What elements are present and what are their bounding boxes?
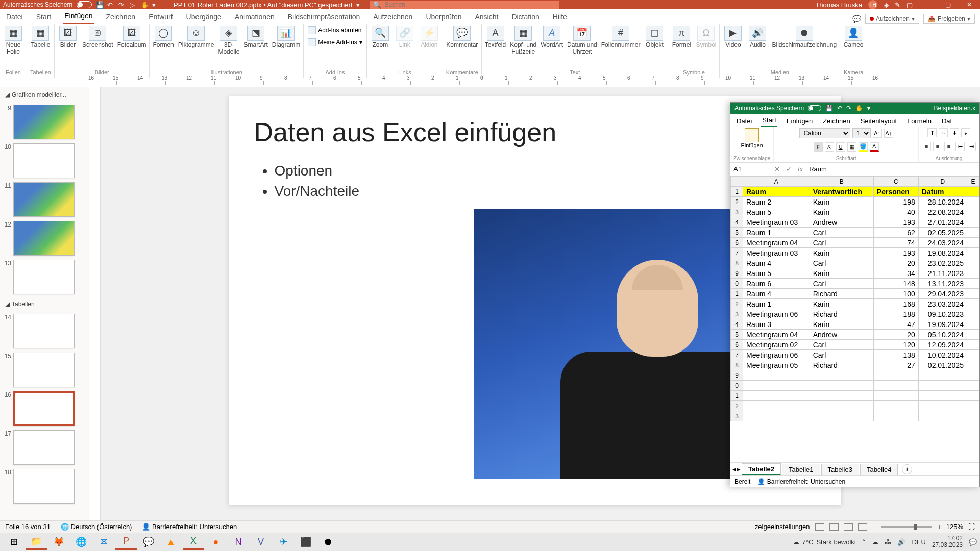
3dmodels-button[interactable]: ◈3D- Modelle (218, 26, 239, 55)
excel-cell[interactable]: Datum (918, 187, 967, 197)
share-button[interactable]: 📤Freigeben▾ (923, 14, 975, 24)
diamond-icon[interactable]: ◈ (884, 1, 889, 9)
excel-row-header[interactable]: 6 (731, 340, 743, 350)
sheet-tab-tabelle1[interactable]: Tabelle1 (782, 464, 820, 475)
excel-cell[interactable]: Raum (743, 187, 810, 197)
notifications-icon[interactable]: 💬 (969, 538, 977, 546)
excel-row-header[interactable]: 3 (731, 411, 743, 421)
excel-row-header[interactable]: 8 (731, 258, 743, 268)
excel-formula-input[interactable]: Raum (806, 164, 979, 174)
excel-cell[interactable]: Karin (810, 268, 873, 279)
smartart-button[interactable]: ⬔SmartArt (243, 26, 267, 48)
excel-borders-button[interactable]: ▦ (847, 142, 856, 152)
excel-row-header[interactable]: 2 (731, 197, 743, 207)
excel-cell[interactable]: Meetingraum 04 (743, 238, 810, 248)
excel-fx-icon[interactable]: fx (795, 164, 806, 174)
excel-cell[interactable]: 62 (873, 228, 918, 238)
tray-network-icon[interactable]: 🖧 (885, 538, 891, 546)
tab-ansicht[interactable]: Ansicht (474, 11, 499, 24)
obs-icon[interactable]: ⏺ (317, 534, 339, 550)
slide-thumb-9[interactable] (13, 105, 75, 139)
excel-tab-datei[interactable]: Datei (736, 116, 753, 127)
object-button[interactable]: ▢Objekt (644, 26, 665, 48)
tab-dictation[interactable]: Dictation (510, 11, 540, 24)
slide-thumb-10[interactable] (13, 143, 75, 178)
excel-cell[interactable]: Raum 2 (743, 197, 810, 207)
chrome-icon[interactable]: 🌐 (70, 534, 92, 550)
excel-cell[interactable]: 29.04.2023 (918, 289, 967, 299)
excel-cell[interactable]: 40 (873, 207, 918, 217)
tab-zeichnen[interactable]: Zeichnen (105, 11, 137, 24)
excel-align-center-icon[interactable]: ≡ (933, 142, 942, 151)
excel-cell[interactable]: Carl (810, 258, 873, 268)
slide-thumb-11[interactable] (13, 182, 75, 217)
excel-fillcolor-button[interactable]: 🪣 (859, 142, 868, 152)
section-grafiken[interactable]: ◢Grafiken modellier... (2, 89, 87, 101)
excel-cell[interactable]: Andrew (810, 217, 873, 228)
excel-cell[interactable]: Meetingraum 03 (743, 248, 810, 258)
photoalbum-button[interactable]: 🖼Fotoalbum (117, 26, 146, 48)
excel-tab-daten[interactable]: Dat (941, 116, 953, 127)
view-reading-button[interactable] (844, 523, 853, 531)
undo-icon[interactable]: ↶ (107, 1, 114, 8)
screenshot-button[interactable]: ⎚Screenshot (82, 26, 113, 48)
excel-row-header[interactable]: 2 (731, 299, 743, 309)
excel-cell[interactable]: 05.10.2024 (918, 330, 967, 340)
excel-cell[interactable]: Carl (810, 238, 873, 248)
excel-row-header[interactable]: 9 (731, 370, 743, 381)
excel-tab-formeln[interactable]: Formeln (906, 116, 933, 127)
excel-redo-icon[interactable]: ↷ (846, 105, 851, 112)
excel-cell[interactable]: Carl (810, 350, 873, 360)
excel-cell[interactable]: 138 (873, 350, 918, 360)
excel-cell[interactable]: Carl (810, 228, 873, 238)
excel-cell[interactable]: 19.08.2024 (918, 248, 967, 258)
more-qat-icon[interactable]: ▾ (152, 1, 159, 8)
zoom-level[interactable]: 125% (946, 523, 963, 531)
excel-cell[interactable]: 23.02.2025 (918, 258, 967, 268)
headerfooter-button[interactable]: ▦Kopf- und Fußzeile (510, 26, 536, 55)
excel-cell[interactable]: Richard (810, 289, 873, 299)
excel-row-header[interactable]: 5 (731, 330, 743, 340)
weather-widget[interactable]: ☁ 7°C Stark bewölkt (793, 538, 856, 546)
excel-cell[interactable]: 09.10.2023 (918, 309, 967, 319)
excel-cell[interactable]: Karin (810, 207, 873, 217)
zoom-button[interactable]: 🔍Zoom (370, 26, 390, 48)
excel-cell[interactable]: 20 (873, 330, 918, 340)
excel-icon[interactable]: X (183, 534, 204, 550)
excel-row-header[interactable]: 7 (731, 350, 743, 360)
search-input[interactable] (384, 1, 556, 8)
excel-cell[interactable]: 100 (873, 289, 918, 299)
excel-cell[interactable]: 47 (873, 319, 918, 330)
tab-einfuegen[interactable]: Einfügen (63, 10, 93, 24)
sheet-tab-tabelle3[interactable]: Tabelle3 (821, 464, 859, 475)
excel-col-header[interactable]: D (918, 177, 967, 187)
excel-cell[interactable]: Raum 4 (743, 289, 810, 299)
sheet-nav-prev-icon[interactable]: ◂ (732, 465, 736, 473)
excel-cell[interactable]: 13.11.2023 (918, 279, 967, 289)
excel-cell[interactable]: 21.11.2023 (918, 268, 967, 279)
excel-cell[interactable]: 74 (873, 238, 918, 248)
slide-thumb-16[interactable] (13, 391, 75, 426)
language-indicator[interactable]: 🌐 Deutsch (Österreich) (61, 523, 132, 531)
excel-row-header[interactable]: 7 (731, 248, 743, 258)
excel-cell[interactable]: Carl (810, 279, 873, 289)
excel-cell[interactable]: 34 (873, 268, 918, 279)
excel-cell[interactable]: 22.08.2024 (918, 207, 967, 217)
slide-thumb-15[interactable] (13, 353, 75, 387)
excel-enter-icon[interactable]: ✓ (783, 164, 795, 174)
slide-thumbnails-panel[interactable]: ◢Grafiken modellier... 9 10 11 12 13 ◢Ta… (0, 87, 89, 521)
excel-align-left-icon[interactable]: ≡ (922, 142, 931, 151)
excel-cell[interactable]: Meetingraum 02 (743, 340, 810, 350)
excel-cell[interactable]: Meetingraum 06 (743, 309, 810, 319)
close-button[interactable]: ✕ (962, 1, 977, 8)
excel-name-box[interactable]: A1 (730, 164, 771, 174)
tray-onedrive-icon[interactable]: ☁ (872, 538, 878, 546)
textbox-button[interactable]: ATextfeld (485, 26, 506, 48)
slide-thumb-14[interactable] (13, 314, 75, 348)
excel-save-icon[interactable]: 💾 (825, 105, 833, 112)
excel-cell[interactable]: Verantwortlich (810, 187, 873, 197)
sheet-nav-next-icon[interactable]: ▸ (737, 465, 741, 473)
excel-cell[interactable]: Karin (810, 319, 873, 330)
excel-col-header[interactable]: B (810, 177, 873, 187)
tab-uebergaenge[interactable]: Übergänge (185, 11, 223, 24)
